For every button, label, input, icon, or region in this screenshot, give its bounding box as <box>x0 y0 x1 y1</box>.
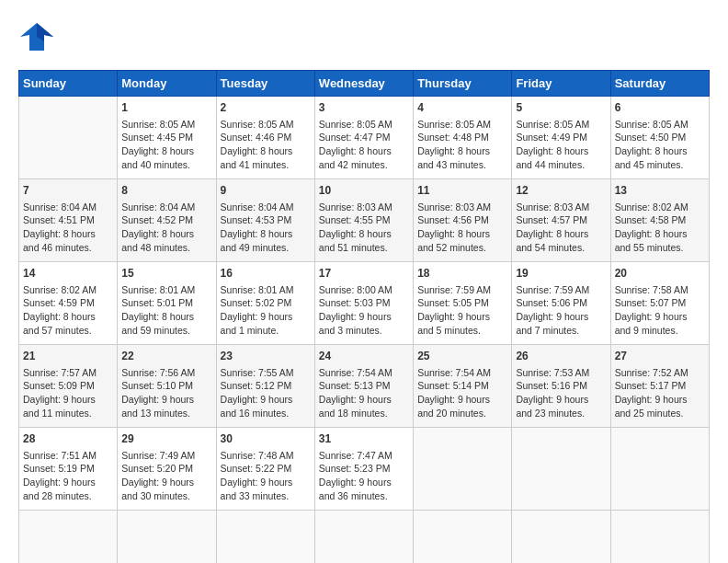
day-info-line: and 16 minutes. <box>221 407 311 420</box>
day-info-line: Sunrise: 7:54 AM <box>319 366 409 380</box>
calendar-cell: 11Sunrise: 8:03 AMSunset: 4:56 PMDayligh… <box>414 179 512 262</box>
calendar-cell: 6Sunrise: 8:05 AMSunset: 4:50 PMDaylight… <box>610 97 709 179</box>
day-info-line: Sunset: 5:17 PM <box>615 379 705 393</box>
calendar-cell <box>118 511 216 564</box>
calendar-body: 1Sunrise: 8:05 AMSunset: 4:45 PMDaylight… <box>19 97 710 564</box>
day-info-line: Sunset: 4:55 PM <box>319 213 409 227</box>
day-info-line: Daylight: 9 hours <box>417 393 507 407</box>
weekday-header-cell: Sunday <box>19 71 118 97</box>
day-number: 14 <box>23 266 113 282</box>
calendar-cell: 21Sunrise: 7:57 AMSunset: 5:09 PMDayligh… <box>19 345 118 428</box>
day-number: 31 <box>319 431 409 447</box>
day-info-line: and 25 minutes. <box>615 407 705 420</box>
calendar-cell <box>19 511 118 564</box>
day-info-line: Sunrise: 8:05 AM <box>121 118 211 132</box>
day-info-line: Sunset: 4:47 PM <box>319 131 409 144</box>
day-info-line: Sunset: 5:03 PM <box>319 296 409 310</box>
day-info-line: Sunset: 5:19 PM <box>23 462 113 476</box>
day-info-line: Sunset: 4:48 PM <box>417 131 507 144</box>
day-info-line: Sunset: 4:56 PM <box>417 213 507 227</box>
calendar-cell: 3Sunrise: 8:05 AMSunset: 4:47 PMDaylight… <box>314 97 413 179</box>
day-info-line: and 45 minutes. <box>615 158 705 172</box>
day-number: 28 <box>23 431 113 447</box>
calendar-cell: 5Sunrise: 8:05 AMSunset: 4:49 PMDaylight… <box>512 97 610 179</box>
day-number: 23 <box>221 349 311 364</box>
weekday-header-cell: Tuesday <box>216 71 314 97</box>
day-info-line: Sunrise: 8:05 AM <box>516 118 606 132</box>
day-number: 17 <box>319 266 409 282</box>
day-info-line: Daylight: 8 hours <box>615 144 705 158</box>
day-info-line: Daylight: 9 hours <box>221 310 311 324</box>
calendar-cell: 27Sunrise: 7:52 AMSunset: 5:17 PMDayligh… <box>610 345 709 428</box>
day-info-line: Sunrise: 8:01 AM <box>221 283 311 297</box>
calendar-row: 7Sunrise: 8:04 AMSunset: 4:51 PMDaylight… <box>19 179 710 262</box>
day-number: 1 <box>121 100 211 116</box>
calendar-cell: 28Sunrise: 7:51 AMSunset: 5:19 PMDayligh… <box>19 428 118 511</box>
day-info-line: Daylight: 9 hours <box>319 476 409 489</box>
day-info-line: Sunset: 4:59 PM <box>23 296 113 310</box>
day-number: 6 <box>615 100 705 116</box>
day-info-line: Sunset: 4:52 PM <box>121 213 211 227</box>
calendar-cell: 31Sunrise: 7:47 AMSunset: 5:23 PMDayligh… <box>314 428 413 511</box>
day-info-line: and 11 minutes. <box>23 407 113 420</box>
calendar-table: SundayMondayTuesdayWednesdayThursdayFrid… <box>18 70 710 563</box>
calendar-cell <box>610 428 709 511</box>
calendar-row: 14Sunrise: 8:02 AMSunset: 4:59 PMDayligh… <box>19 262 710 345</box>
day-info-line: Sunrise: 8:03 AM <box>516 201 606 214</box>
day-info-line: Sunrise: 8:05 AM <box>319 118 409 132</box>
day-info-line: Daylight: 8 hours <box>516 144 606 158</box>
day-info-line: Daylight: 8 hours <box>121 227 211 241</box>
day-number: 11 <box>417 183 507 199</box>
day-info-line: Sunset: 5:20 PM <box>121 462 211 476</box>
calendar-cell: 1Sunrise: 8:05 AMSunset: 4:45 PMDaylight… <box>118 97 216 179</box>
day-number: 16 <box>221 266 311 282</box>
day-info-line: Sunrise: 8:02 AM <box>23 283 113 297</box>
day-info-line: Sunrise: 8:00 AM <box>319 283 409 297</box>
day-info-line: Daylight: 9 hours <box>319 393 409 407</box>
day-info-line: Sunrise: 8:03 AM <box>417 201 507 214</box>
page-header <box>18 18 710 55</box>
day-info-line: and 36 minutes. <box>319 489 409 503</box>
day-number: 29 <box>121 431 211 447</box>
day-info-line: Daylight: 8 hours <box>23 227 113 241</box>
day-info-line: Sunset: 5:16 PM <box>516 379 606 393</box>
day-info-line: Sunrise: 8:05 AM <box>221 118 311 132</box>
day-info-line: Sunrise: 7:48 AM <box>221 449 311 463</box>
day-info-line: Sunrise: 7:54 AM <box>417 366 507 380</box>
calendar-cell: 30Sunrise: 7:48 AMSunset: 5:22 PMDayligh… <box>216 428 314 511</box>
day-number: 30 <box>221 431 311 447</box>
day-info-line: and 20 minutes. <box>417 407 507 420</box>
day-info-line: Daylight: 9 hours <box>516 310 606 324</box>
day-info-line: Sunset: 5:13 PM <box>319 379 409 393</box>
day-number: 10 <box>319 183 409 199</box>
day-info-line: and 48 minutes. <box>121 241 211 255</box>
day-number: 20 <box>615 266 705 282</box>
day-info-line: and 54 minutes. <box>516 241 606 255</box>
calendar-cell <box>414 511 512 564</box>
day-info-line: Sunrise: 7:56 AM <box>121 366 211 380</box>
calendar-cell: 12Sunrise: 8:03 AMSunset: 4:57 PMDayligh… <box>512 179 610 262</box>
day-number: 2 <box>221 100 311 116</box>
calendar-row: 1Sunrise: 8:05 AMSunset: 4:45 PMDaylight… <box>19 97 710 179</box>
calendar-cell: 22Sunrise: 7:56 AMSunset: 5:10 PMDayligh… <box>118 345 216 428</box>
calendar-cell <box>414 428 512 511</box>
day-info-line: and 9 minutes. <box>615 324 705 338</box>
day-info-line: and 52 minutes. <box>417 241 507 255</box>
day-info-line: Sunrise: 8:04 AM <box>221 201 311 214</box>
weekday-header-cell: Thursday <box>414 71 512 97</box>
day-number: 21 <box>23 349 113 364</box>
day-info-line: Sunset: 4:57 PM <box>516 213 606 227</box>
day-info-line: and 23 minutes. <box>516 407 606 420</box>
day-info-line: Sunset: 5:12 PM <box>221 379 311 393</box>
logo <box>18 18 59 55</box>
day-info-line: Sunset: 5:10 PM <box>121 379 211 393</box>
day-number: 24 <box>319 349 409 364</box>
day-number: 4 <box>417 100 507 116</box>
day-info-line: and 5 minutes. <box>417 324 507 338</box>
day-number: 15 <box>121 266 211 282</box>
day-number: 8 <box>121 183 211 199</box>
day-info-line: and 30 minutes. <box>121 489 211 503</box>
day-info-line: and 43 minutes. <box>417 158 507 172</box>
calendar-cell: 25Sunrise: 7:54 AMSunset: 5:14 PMDayligh… <box>414 345 512 428</box>
day-info-line: Daylight: 9 hours <box>23 476 113 489</box>
